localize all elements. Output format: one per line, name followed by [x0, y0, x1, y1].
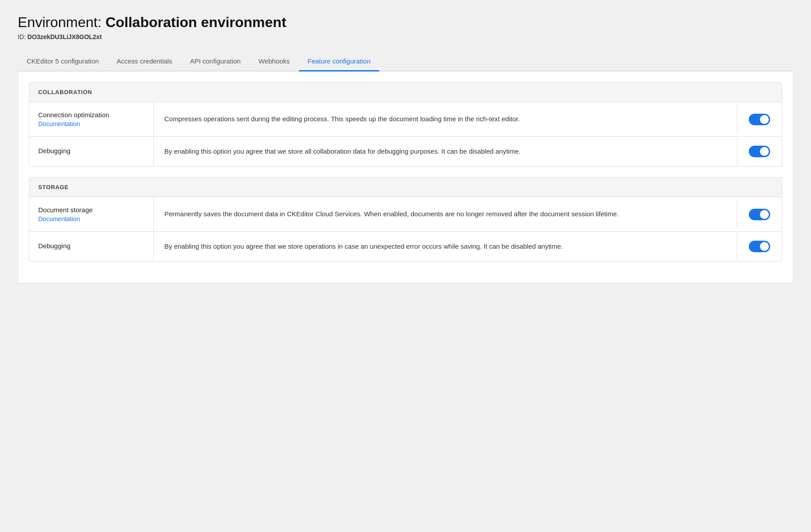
title-prefix: Environment:	[18, 14, 105, 30]
feature-toggle-cell	[737, 200, 782, 229]
feature-description: By enabling this option you agree that w…	[154, 138, 737, 166]
page-title: Environment: Collaboration environment	[18, 14, 793, 31]
table-row: Connection optimization Documentation Co…	[29, 102, 782, 137]
collaboration-section-header: COLLABORATION	[29, 83, 782, 102]
debugging-storage-toggle[interactable]	[749, 241, 770, 252]
tab-ckeditor5[interactable]: CKEditor 5 configuration	[18, 53, 108, 71]
storage-section: STORAGE Document storage Documentation P…	[29, 177, 782, 262]
feature-description: By enabling this option you agree that w…	[154, 233, 737, 261]
toggle-slider	[749, 209, 770, 220]
id-value: DO3zekDU3LiJX8GOL2xt	[28, 33, 102, 40]
document-storage-toggle[interactable]	[749, 209, 770, 220]
env-id: ID: DO3zekDU3LiJX8GOL2xt	[18, 33, 793, 40]
feature-toggle-cell	[737, 137, 782, 166]
toggle-slider	[749, 114, 770, 125]
feature-toggle-cell	[737, 105, 782, 134]
documentation-link[interactable]: Documentation	[38, 215, 144, 222]
collaboration-section: COLLABORATION Connection optimization Do…	[29, 82, 782, 167]
page-wrapper: Environment: Collaboration environment I…	[0, 0, 811, 298]
title-bold: Collaboration environment	[105, 14, 286, 30]
toggle-slider	[749, 146, 770, 157]
table-row: Debugging By enabling this option you ag…	[29, 137, 782, 166]
feature-toggle-cell	[737, 232, 782, 261]
id-label: ID:	[18, 33, 28, 40]
table-row: Debugging By enabling this option you ag…	[29, 232, 782, 261]
connection-optimization-toggle[interactable]	[749, 114, 770, 125]
feature-name-cell: Document storage Documentation	[29, 197, 154, 231]
table-row: Document storage Documentation Permanent…	[29, 197, 782, 232]
feature-name-cell: Debugging	[29, 137, 154, 166]
feature-name: Debugging	[38, 242, 144, 250]
documentation-link[interactable]: Documentation	[38, 120, 144, 127]
tab-feature-configuration[interactable]: Feature configuration	[299, 53, 380, 71]
debugging-collab-toggle[interactable]	[749, 146, 770, 157]
tab-api-configuration[interactable]: API configuration	[181, 53, 250, 71]
feature-name: Debugging	[38, 147, 144, 155]
feature-name: Connection optimization	[38, 111, 144, 119]
feature-description: Compresses operations sent during the ed…	[154, 105, 737, 133]
tab-webhooks[interactable]: Webhooks	[250, 53, 299, 71]
feature-name-cell: Connection optimization Documentation	[29, 102, 154, 136]
storage-section-header: STORAGE	[29, 178, 782, 197]
tabs-nav: CKEditor 5 configuration Access credenti…	[18, 53, 793, 71]
feature-name-cell: Debugging	[29, 232, 154, 261]
feature-name: Document storage	[38, 206, 144, 214]
content-area: COLLABORATION Connection optimization Do…	[18, 71, 793, 283]
toggle-slider	[749, 241, 770, 252]
tab-access-credentials[interactable]: Access credentials	[108, 53, 181, 71]
feature-description: Permanently saves the document data in C…	[154, 200, 737, 228]
